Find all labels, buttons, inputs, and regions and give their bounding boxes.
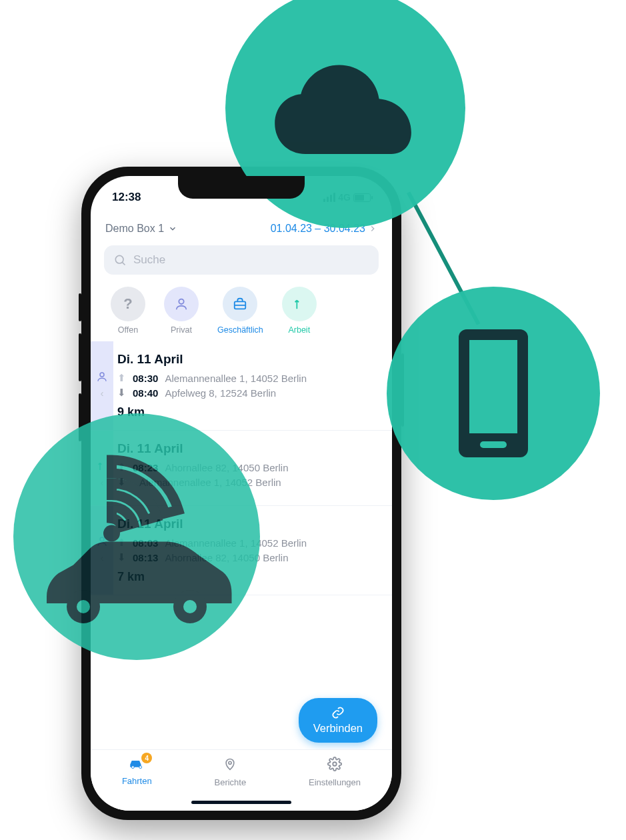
svg-point-16 (183, 600, 197, 613)
svg-point-12 (103, 525, 120, 542)
pin-down-icon: ⬇︎ (117, 387, 126, 399)
statusbar-time: 12:38 (112, 191, 141, 204)
map-pin-icon (223, 757, 237, 775)
chip-privat[interactable]: Privat (164, 287, 199, 335)
chip-business-label: Geschäftlich (217, 325, 263, 335)
connect-button[interactable]: Verbinden (299, 698, 377, 743)
svg-rect-10 (469, 340, 517, 433)
svg-point-0 (115, 255, 123, 263)
svg-rect-11 (480, 441, 507, 448)
connect-button-label: Verbinden (313, 722, 363, 735)
person-icon (96, 371, 108, 385)
person-icon (164, 287, 199, 321)
tab-trips-badge: 4 (141, 753, 152, 763)
link-icon (331, 706, 345, 719)
smartphone-icon (450, 327, 537, 460)
tab-settings[interactable]: Einstellungen (309, 757, 361, 787)
tab-settings-label: Einstellungen (309, 777, 361, 787)
tab-trips-label: Fahrten (122, 776, 152, 786)
tab-reports-label: Berichte (215, 777, 247, 787)
category-chips: ? Offen Privat Geschäftlich Arbeit (91, 284, 392, 341)
trip-end-time: 08:40 (133, 387, 158, 399)
tab-trips[interactable]: 4 Fahrten (122, 757, 152, 786)
svg-point-5 (132, 766, 135, 769)
tab-reports[interactable]: Berichte (215, 757, 247, 787)
box-selector-label: Demo Box 1 (105, 223, 164, 235)
pin-up-icon: ⬆︎ (117, 372, 126, 384)
bubble-smartphone (387, 287, 600, 500)
home-indicator (191, 801, 291, 804)
chip-offen-label: Offen (118, 325, 138, 335)
trip-start-time: 08:30 (133, 373, 158, 384)
trip-end-address: Apfelweg 8, 12524 Berlin (165, 387, 276, 399)
briefcase-icon (223, 287, 257, 321)
chip-work-label: Arbeit (288, 325, 310, 335)
trip-date: Di. 11 April (117, 352, 379, 367)
svg-point-8 (333, 762, 337, 766)
chevron-down-icon (168, 224, 177, 233)
svg-point-7 (229, 761, 231, 764)
search-icon (113, 253, 127, 267)
chip-offen[interactable]: ? Offen (111, 287, 145, 335)
svg-point-3 (100, 373, 104, 377)
phone-notch (178, 176, 305, 199)
cloud-icon (269, 58, 422, 158)
gear-icon (327, 757, 342, 775)
svg-point-1 (179, 299, 183, 304)
question-icon: ? (111, 287, 145, 321)
chip-privat-label: Privat (171, 325, 192, 335)
trip-start-address: Alemannenallee 1, 14052 Berlin (165, 373, 307, 384)
bubble-connected-car (13, 413, 260, 660)
search-input[interactable]: Suche (104, 245, 379, 275)
car-icon: 4 (128, 757, 145, 773)
svg-point-14 (77, 600, 90, 613)
svg-point-6 (139, 766, 142, 769)
swap-icon (282, 287, 317, 321)
chip-work[interactable]: Arbeit (282, 287, 317, 335)
search-placeholder: Suche (133, 253, 165, 267)
chevron-left-icon: ‹ (101, 388, 104, 398)
chip-business[interactable]: Geschäftlich (217, 287, 263, 335)
box-selector[interactable]: Demo Box 1 (105, 223, 177, 235)
tabbar: 4 Fahrten Berichte Einstellungen (91, 749, 392, 811)
connected-car-icon (37, 450, 237, 623)
